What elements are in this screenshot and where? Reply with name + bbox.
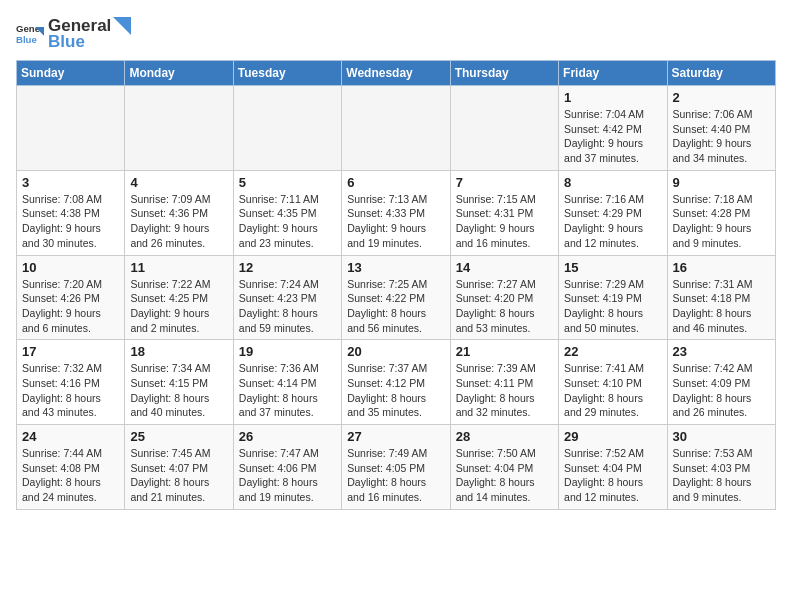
day-number: 6	[347, 175, 444, 190]
calendar-cell: 13Sunrise: 7:25 AMSunset: 4:22 PMDayligh…	[342, 255, 450, 340]
calendar-cell: 17Sunrise: 7:32 AMSunset: 4:16 PMDayligh…	[17, 340, 125, 425]
day-info: Sunrise: 7:24 AMSunset: 4:23 PMDaylight:…	[239, 277, 336, 336]
calendar-cell: 14Sunrise: 7:27 AMSunset: 4:20 PMDayligh…	[450, 255, 558, 340]
calendar-cell	[342, 86, 450, 171]
day-number: 24	[22, 429, 119, 444]
calendar-cell: 20Sunrise: 7:37 AMSunset: 4:12 PMDayligh…	[342, 340, 450, 425]
day-number: 9	[673, 175, 770, 190]
day-info: Sunrise: 7:20 AMSunset: 4:26 PMDaylight:…	[22, 277, 119, 336]
calendar-week-row: 1Sunrise: 7:04 AMSunset: 4:42 PMDaylight…	[17, 86, 776, 171]
calendar-cell: 5Sunrise: 7:11 AMSunset: 4:35 PMDaylight…	[233, 170, 341, 255]
calendar-cell	[17, 86, 125, 171]
weekday-header-thursday: Thursday	[450, 61, 558, 86]
day-number: 15	[564, 260, 661, 275]
calendar-cell: 10Sunrise: 7:20 AMSunset: 4:26 PMDayligh…	[17, 255, 125, 340]
calendar-cell: 7Sunrise: 7:15 AMSunset: 4:31 PMDaylight…	[450, 170, 558, 255]
day-number: 14	[456, 260, 553, 275]
calendar-cell: 11Sunrise: 7:22 AMSunset: 4:25 PMDayligh…	[125, 255, 233, 340]
day-number: 29	[564, 429, 661, 444]
calendar-cell: 8Sunrise: 7:16 AMSunset: 4:29 PMDaylight…	[559, 170, 667, 255]
day-info: Sunrise: 7:25 AMSunset: 4:22 PMDaylight:…	[347, 277, 444, 336]
day-info: Sunrise: 7:08 AMSunset: 4:38 PMDaylight:…	[22, 192, 119, 251]
calendar-week-row: 10Sunrise: 7:20 AMSunset: 4:26 PMDayligh…	[17, 255, 776, 340]
day-info: Sunrise: 7:32 AMSunset: 4:16 PMDaylight:…	[22, 361, 119, 420]
calendar-cell	[233, 86, 341, 171]
calendar-cell: 29Sunrise: 7:52 AMSunset: 4:04 PMDayligh…	[559, 425, 667, 510]
day-info: Sunrise: 7:50 AMSunset: 4:04 PMDaylight:…	[456, 446, 553, 505]
calendar-cell: 30Sunrise: 7:53 AMSunset: 4:03 PMDayligh…	[667, 425, 775, 510]
calendar-cell	[125, 86, 233, 171]
weekday-header-tuesday: Tuesday	[233, 61, 341, 86]
calendar-cell	[450, 86, 558, 171]
calendar-cell: 27Sunrise: 7:49 AMSunset: 4:05 PMDayligh…	[342, 425, 450, 510]
day-info: Sunrise: 7:11 AMSunset: 4:35 PMDaylight:…	[239, 192, 336, 251]
day-number: 28	[456, 429, 553, 444]
day-number: 16	[673, 260, 770, 275]
day-number: 7	[456, 175, 553, 190]
calendar-week-row: 24Sunrise: 7:44 AMSunset: 4:08 PMDayligh…	[17, 425, 776, 510]
day-number: 13	[347, 260, 444, 275]
day-number: 8	[564, 175, 661, 190]
calendar-cell: 4Sunrise: 7:09 AMSunset: 4:36 PMDaylight…	[125, 170, 233, 255]
logo-arrow-icon	[113, 17, 131, 35]
day-info: Sunrise: 7:45 AMSunset: 4:07 PMDaylight:…	[130, 446, 227, 505]
day-number: 12	[239, 260, 336, 275]
day-info: Sunrise: 7:29 AMSunset: 4:19 PMDaylight:…	[564, 277, 661, 336]
day-number: 4	[130, 175, 227, 190]
logo-icon: General Blue	[16, 20, 44, 48]
weekday-header-monday: Monday	[125, 61, 233, 86]
day-number: 10	[22, 260, 119, 275]
calendar-table: SundayMondayTuesdayWednesdayThursdayFrid…	[16, 60, 776, 510]
calendar-cell: 19Sunrise: 7:36 AMSunset: 4:14 PMDayligh…	[233, 340, 341, 425]
svg-text:Blue: Blue	[16, 34, 37, 45]
day-info: Sunrise: 7:13 AMSunset: 4:33 PMDaylight:…	[347, 192, 444, 251]
day-number: 27	[347, 429, 444, 444]
day-info: Sunrise: 7:39 AMSunset: 4:11 PMDaylight:…	[456, 361, 553, 420]
calendar-cell: 24Sunrise: 7:44 AMSunset: 4:08 PMDayligh…	[17, 425, 125, 510]
day-number: 21	[456, 344, 553, 359]
day-number: 2	[673, 90, 770, 105]
calendar-cell: 16Sunrise: 7:31 AMSunset: 4:18 PMDayligh…	[667, 255, 775, 340]
calendar-cell: 9Sunrise: 7:18 AMSunset: 4:28 PMDaylight…	[667, 170, 775, 255]
calendar-cell: 15Sunrise: 7:29 AMSunset: 4:19 PMDayligh…	[559, 255, 667, 340]
day-info: Sunrise: 7:31 AMSunset: 4:18 PMDaylight:…	[673, 277, 770, 336]
day-info: Sunrise: 7:18 AMSunset: 4:28 PMDaylight:…	[673, 192, 770, 251]
day-number: 26	[239, 429, 336, 444]
day-info: Sunrise: 7:34 AMSunset: 4:15 PMDaylight:…	[130, 361, 227, 420]
day-info: Sunrise: 7:52 AMSunset: 4:04 PMDaylight:…	[564, 446, 661, 505]
day-info: Sunrise: 7:06 AMSunset: 4:40 PMDaylight:…	[673, 107, 770, 166]
calendar-cell: 2Sunrise: 7:06 AMSunset: 4:40 PMDaylight…	[667, 86, 775, 171]
calendar-cell: 12Sunrise: 7:24 AMSunset: 4:23 PMDayligh…	[233, 255, 341, 340]
calendar-cell: 6Sunrise: 7:13 AMSunset: 4:33 PMDaylight…	[342, 170, 450, 255]
day-info: Sunrise: 7:37 AMSunset: 4:12 PMDaylight:…	[347, 361, 444, 420]
day-info: Sunrise: 7:27 AMSunset: 4:20 PMDaylight:…	[456, 277, 553, 336]
day-number: 25	[130, 429, 227, 444]
day-number: 11	[130, 260, 227, 275]
weekday-header-sunday: Sunday	[17, 61, 125, 86]
page-header: General Blue General Blue	[16, 16, 776, 52]
day-number: 1	[564, 90, 661, 105]
logo: General Blue General Blue	[16, 16, 131, 52]
day-number: 22	[564, 344, 661, 359]
weekday-header-friday: Friday	[559, 61, 667, 86]
day-number: 23	[673, 344, 770, 359]
svg-marker-3	[113, 17, 131, 35]
calendar-cell: 1Sunrise: 7:04 AMSunset: 4:42 PMDaylight…	[559, 86, 667, 171]
calendar-cell: 21Sunrise: 7:39 AMSunset: 4:11 PMDayligh…	[450, 340, 558, 425]
day-info: Sunrise: 7:04 AMSunset: 4:42 PMDaylight:…	[564, 107, 661, 166]
calendar-cell: 18Sunrise: 7:34 AMSunset: 4:15 PMDayligh…	[125, 340, 233, 425]
day-info: Sunrise: 7:36 AMSunset: 4:14 PMDaylight:…	[239, 361, 336, 420]
day-number: 5	[239, 175, 336, 190]
calendar-cell: 25Sunrise: 7:45 AMSunset: 4:07 PMDayligh…	[125, 425, 233, 510]
day-number: 18	[130, 344, 227, 359]
day-number: 17	[22, 344, 119, 359]
day-info: Sunrise: 7:53 AMSunset: 4:03 PMDaylight:…	[673, 446, 770, 505]
calendar-cell: 28Sunrise: 7:50 AMSunset: 4:04 PMDayligh…	[450, 425, 558, 510]
day-info: Sunrise: 7:15 AMSunset: 4:31 PMDaylight:…	[456, 192, 553, 251]
weekday-header-wednesday: Wednesday	[342, 61, 450, 86]
day-info: Sunrise: 7:09 AMSunset: 4:36 PMDaylight:…	[130, 192, 227, 251]
day-number: 19	[239, 344, 336, 359]
day-number: 20	[347, 344, 444, 359]
day-info: Sunrise: 7:44 AMSunset: 4:08 PMDaylight:…	[22, 446, 119, 505]
day-info: Sunrise: 7:41 AMSunset: 4:10 PMDaylight:…	[564, 361, 661, 420]
